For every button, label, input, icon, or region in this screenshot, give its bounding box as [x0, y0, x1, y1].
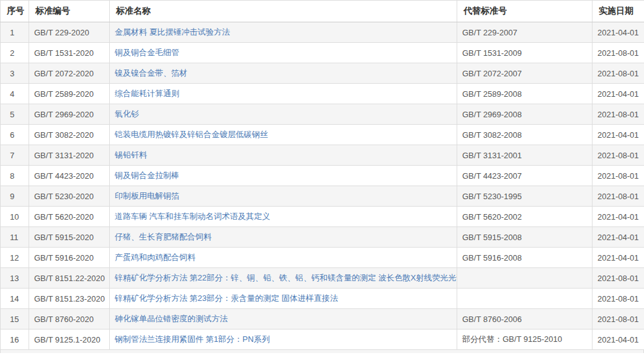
cell-replaced-standard: GB/T 1531-2009	[457, 43, 593, 63]
cell-implementation-date: 2021-04-01	[593, 125, 644, 145]
standards-page: 序号 标准编号 标准名称 代替标准号 实施日期 1GB/T 229-2020金属…	[0, 0, 644, 363]
cell-standard-code: GB/T 2589-2020	[29, 84, 110, 104]
cell-implementation-date: 2021-08-01	[593, 63, 644, 84]
cell-implementation-date: 2021-04-01	[593, 22, 644, 43]
cell-standard-code: GB/T 4423-2020	[29, 166, 110, 186]
column-header-replaced-standard: 代替标准号	[457, 1, 593, 22]
cell-replaced-standard	[457, 268, 593, 289]
cell-implementation-date: 2021-04-01	[593, 227, 644, 248]
column-header-standard-code: 标准编号	[29, 1, 110, 22]
cell-standard-code: GB/T 2969-2020	[29, 104, 110, 125]
table-body: 1GB/T 229-2020金属材料 夏比摆锤冲击试验方法GB/T 229-20…	[1, 22, 644, 350]
cell-standard-code: GB/T 8760-2020	[29, 309, 110, 329]
table-row: 10GB/T 5620-2020道路车辆 汽车和挂车制动名词术语及其定义GB/T…	[1, 207, 644, 227]
standard-name-link[interactable]: 铠装电缆用热镀锌及锌铝合金镀层低碳钢丝	[115, 130, 268, 139]
cell-standard-name: 镍及镍合金带、箔材	[110, 63, 457, 84]
cell-index: 1	[1, 22, 29, 43]
cell-replaced-standard: GB/T 229-2007	[457, 22, 593, 43]
cell-replaced-standard: GB/T 2072-2007	[457, 63, 593, 84]
cell-replaced-standard: GB/T 5620-2002	[457, 207, 593, 227]
cell-standard-code: GB/T 5230-2020	[29, 186, 110, 207]
cell-standard-code: GB/T 8151.22-2020	[29, 268, 110, 289]
cell-standard-name: 砷化镓单晶位错密度的测试方法	[110, 309, 457, 329]
table-row: 5GB/T 2969-2020氧化钐GB/T 2969-20082021-08-…	[1, 104, 644, 125]
table-row: 16GB/T 9125.1-2020钢制管法兰连接用紧固件 第1部分：PN系列部…	[1, 329, 644, 350]
cell-standard-code: GB/T 5915-2020	[29, 227, 110, 248]
cell-standard-name: 锡铅钎料	[110, 145, 457, 166]
standard-name-link[interactable]: 道路车辆 汽车和挂车制动名词术语及其定义	[115, 212, 271, 221]
partial-next-row	[0, 350, 644, 353]
cell-replaced-standard: GB/T 2969-2008	[457, 104, 593, 125]
cell-index: 13	[1, 268, 29, 289]
standard-name-link[interactable]: 锌精矿化学分析方法 第23部分：汞含量的测定 固体进样直接法	[115, 294, 338, 303]
standard-name-link[interactable]: 印制板用电解铜箔	[115, 191, 179, 200]
table-header-row: 序号 标准编号 标准名称 代替标准号 实施日期	[1, 1, 644, 22]
cell-standard-code: GB/T 3131-2020	[29, 145, 110, 166]
cell-replaced-standard: GB/T 3131-2001	[457, 145, 593, 166]
cell-standard-name: 氧化钐	[110, 104, 457, 125]
table-row: 1GB/T 229-2020金属材料 夏比摆锤冲击试验方法GB/T 229-20…	[1, 22, 644, 43]
table-row: 8GB/T 4423-2020铜及铜合金拉制棒GB/T 4423-2007202…	[1, 166, 644, 186]
cell-implementation-date: 2021-08-01	[593, 289, 644, 309]
table-row: 7GB/T 3131-2020锡铅钎料GB/T 3131-20012021-08…	[1, 145, 644, 166]
cell-implementation-date: 2021-04-01	[593, 329, 644, 350]
cell-index: 2	[1, 43, 29, 63]
cell-index: 7	[1, 145, 29, 166]
cell-standard-name: 锌精矿化学分析方法 第23部分：汞含量的测定 固体进样直接法	[110, 289, 457, 309]
cell-implementation-date: 2021-08-01	[593, 104, 644, 125]
cell-index: 14	[1, 289, 29, 309]
cell-standard-name: 产蛋鸡和肉鸡配合饲料	[110, 248, 457, 268]
cell-implementation-date: 2021-08-01	[593, 186, 644, 207]
standard-name-link[interactable]: 氧化钐	[115, 109, 139, 119]
table-row: 14GB/T 8151.23-2020锌精矿化学分析方法 第23部分：汞含量的测…	[1, 289, 644, 309]
table-row: 3GB/T 2072-2020镍及镍合金带、箔材GB/T 2072-200720…	[1, 63, 644, 84]
standard-name-link[interactable]: 仔猪、生长育肥猪配合饲料	[115, 232, 212, 241]
cell-standard-name: 仔猪、生长育肥猪配合饲料	[110, 227, 457, 248]
cell-standard-code: GB/T 3082-2020	[29, 125, 110, 145]
cell-implementation-date: 2021-08-01	[593, 43, 644, 63]
cell-replaced-standard: GB/T 4423-2007	[457, 166, 593, 186]
standard-name-link[interactable]: 金属材料 夏比摆锤冲击试验方法	[115, 27, 230, 37]
cell-index: 3	[1, 63, 29, 84]
column-header-index: 序号	[1, 1, 29, 22]
cell-replaced-standard: GB/T 5230-1995	[457, 186, 593, 207]
standard-name-link[interactable]: 铜及铜合金毛细管	[115, 48, 179, 57]
cell-standard-name: 锌精矿化学分析方法 第22部分：锌、铜、铅、铁、铝、钙和镁含量的测定 波长色散X…	[110, 268, 457, 289]
cell-standard-code: GB/T 5620-2020	[29, 207, 110, 227]
cell-standard-name: 综合能耗计算通则	[110, 84, 457, 104]
cell-implementation-date: 2021-04-01	[593, 84, 644, 104]
standard-name-link[interactable]: 镍及镍合金带、箔材	[115, 68, 187, 78]
table-row: 15GB/T 8760-2020砷化镓单晶位错密度的测试方法GB/T 8760-…	[1, 309, 644, 329]
cell-standard-code: GB/T 9125.1-2020	[29, 329, 110, 350]
standard-name-link[interactable]: 锡铅钎料	[115, 150, 147, 159]
cell-standard-code: GB/T 5916-2020	[29, 248, 110, 268]
cell-index: 8	[1, 166, 29, 186]
cell-implementation-date: 2021-08-01	[593, 145, 644, 166]
cell-standard-name: 金属材料 夏比摆锤冲击试验方法	[110, 22, 457, 43]
cell-index: 12	[1, 248, 29, 268]
standards-table: 序号 标准编号 标准名称 代替标准号 实施日期 1GB/T 229-2020金属…	[0, 0, 644, 350]
standard-name-link[interactable]: 铜及铜合金拉制棒	[115, 171, 179, 180]
column-header-standard-name: 标准名称	[110, 1, 457, 22]
standard-name-link[interactable]: 钢制管法兰连接用紧固件 第1部分：PN系列	[115, 334, 270, 344]
standard-name-link[interactable]: 砷化镓单晶位错密度的测试方法	[115, 314, 228, 323]
cell-standard-name: 道路车辆 汽车和挂车制动名词术语及其定义	[110, 207, 457, 227]
cell-standard-code: GB/T 2072-2020	[29, 63, 110, 84]
cell-standard-code: GB/T 8151.23-2020	[29, 289, 110, 309]
cell-standard-name: 钢制管法兰连接用紧固件 第1部分：PN系列	[110, 329, 457, 350]
cell-replaced-standard: GB/T 3082-2008	[457, 125, 593, 145]
cell-index: 16	[1, 329, 29, 350]
table-row: 9GB/T 5230-2020印制板用电解铜箔GB/T 5230-1995202…	[1, 186, 644, 207]
cell-standard-name: 铠装电缆用热镀锌及锌铝合金镀层低碳钢丝	[110, 125, 457, 145]
standard-name-link[interactable]: 锌精矿化学分析方法 第22部分：锌、铜、铅、铁、铝、钙和镁含量的测定 波长色散X…	[115, 273, 457, 282]
cell-implementation-date: 2021-08-01	[593, 166, 644, 186]
cell-implementation-date: 2021-08-01	[593, 309, 644, 329]
cell-replaced-standard	[457, 289, 593, 309]
cell-index: 11	[1, 227, 29, 248]
standard-name-link[interactable]: 产蛋鸡和肉鸡配合饲料	[115, 253, 195, 262]
table-row: 2GB/T 1531-2020铜及铜合金毛细管GB/T 1531-2009202…	[1, 43, 644, 63]
standard-name-link[interactable]: 综合能耗计算通则	[115, 89, 179, 98]
table-row: 4GB/T 2589-2020综合能耗计算通则GB/T 2589-2008202…	[1, 84, 644, 104]
cell-replaced-standard: GB/T 5915-2008	[457, 227, 593, 248]
cell-standard-name: 印制板用电解铜箔	[110, 186, 457, 207]
